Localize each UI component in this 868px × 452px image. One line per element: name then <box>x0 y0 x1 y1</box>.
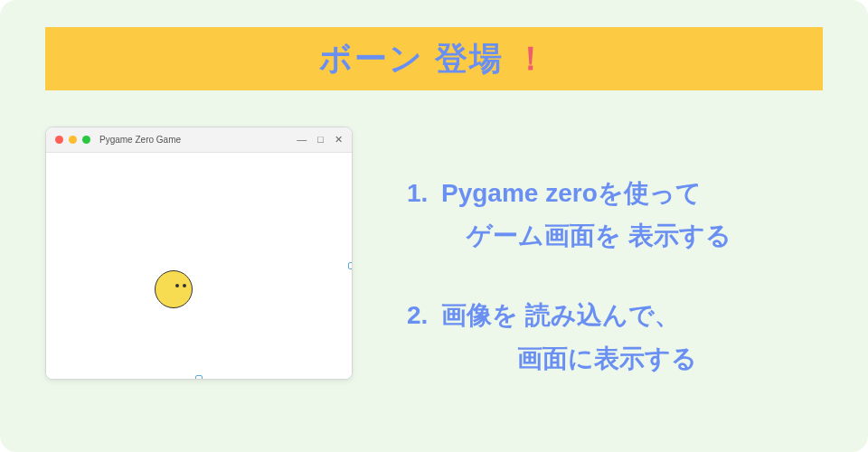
content-row: Pygame Zero Game — □ ✕ <box>45 127 823 425</box>
slide: ボーン 登場 ！ Pygame Zero Game — □ ✕ <box>0 0 868 452</box>
item-line: 画面に表示する <box>441 337 697 381</box>
resize-handle-bottom-icon <box>195 375 203 380</box>
right-column: 1. Pygame zeroを使って ゲーム画面を 表示する 2. 画像を 読み… <box>407 127 823 425</box>
smiley-sprite <box>155 270 193 308</box>
app-window: Pygame Zero Game — □ ✕ <box>45 127 353 380</box>
eye-icon <box>175 284 179 287</box>
resize-handle-right-icon <box>348 262 353 269</box>
title-bar: ボーン 登場 ！ <box>45 27 823 90</box>
item-number: 1. <box>407 172 434 258</box>
list-item: 2. 画像を 読み込んで、 画面に表示する <box>407 294 823 380</box>
eye-icon <box>183 284 186 287</box>
title-bang: ！ <box>514 40 549 77</box>
minimize-dot-icon <box>69 136 77 144</box>
item-text: Pygame zeroを使って ゲーム画面を 表示する <box>441 172 731 258</box>
close-icon: ✕ <box>335 134 343 146</box>
item-line: 画像を 読み込んで、 <box>441 294 697 337</box>
title-text: ボーン 登場 <box>319 40 504 77</box>
traffic-lights <box>55 136 90 144</box>
maximize-icon: □ <box>317 134 324 146</box>
minimize-icon: — <box>297 134 307 146</box>
maximize-dot-icon <box>82 136 90 144</box>
window-title: Pygame Zero Game <box>99 135 181 145</box>
list-item: 1. Pygame zeroを使って ゲーム画面を 表示する <box>407 172 823 258</box>
smiley-face-icon <box>155 270 193 308</box>
item-line: Pygame zeroを使って <box>441 172 731 215</box>
page-title: ボーン 登場 ！ <box>319 37 549 81</box>
game-canvas <box>46 153 352 379</box>
item-text: 画像を 読み込んで、 画面に表示する <box>441 294 697 380</box>
window-buttons: — □ ✕ <box>297 134 343 146</box>
left-column: Pygame Zero Game — □ ✕ <box>45 127 371 425</box>
item-line: ゲーム画面を 表示する <box>441 214 731 258</box>
item-number: 2. <box>407 294 434 380</box>
close-dot-icon <box>55 136 63 144</box>
window-titlebar: Pygame Zero Game — □ ✕ <box>46 127 352 153</box>
